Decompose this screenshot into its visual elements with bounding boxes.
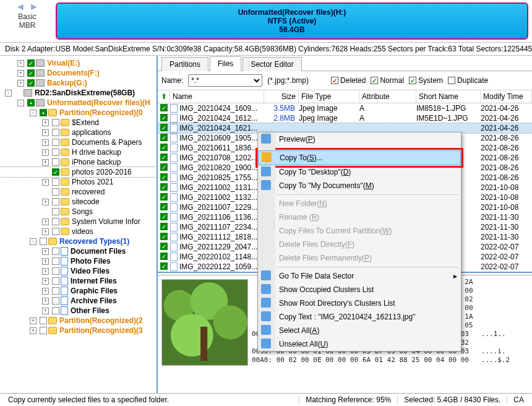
context-menu-item[interactable]: Show Root Directory's Clusters List (258, 296, 461, 310)
context-menu[interactable]: Preview(P)Copy To(S)...Copy To "Desktop"… (257, 132, 461, 352)
expander-icon[interactable]: + (42, 159, 49, 166)
expander-icon[interactable]: + (42, 139, 49, 146)
expander-icon[interactable]: + (42, 179, 49, 186)
chk-normal[interactable]: Normal (371, 76, 404, 85)
checkbox-icon[interactable]: ▪ (40, 109, 47, 116)
expander-icon[interactable]: + (17, 80, 24, 87)
checkbox-icon[interactable]: ✓ (160, 173, 168, 181)
checkbox-icon[interactable]: ✓ (160, 262, 168, 270)
tree-panel[interactable]: +✓Virual(E:)+✓Documents(F:)+✓Backup(G:)-… (0, 56, 158, 393)
checkbox-icon[interactable]: ✓ (160, 124, 168, 131)
tree-item[interactable]: +Document Files (0, 246, 157, 256)
checkbox-icon[interactable] (52, 228, 59, 235)
context-menu-item[interactable]: Show Occupied Clusters List (258, 283, 461, 296)
checkbox-icon[interactable]: ✓ (160, 243, 168, 250)
checkbox-icon[interactable] (40, 238, 47, 245)
tree-item[interactable]: +Archive Files (0, 296, 157, 306)
file-row[interactable]: ✓IMG_20210424_1609...3.5MBJpeg ImageAIM8… (158, 103, 532, 113)
expander-icon[interactable]: - (5, 90, 12, 97)
checkbox-icon[interactable] (52, 198, 59, 205)
checkbox-icon[interactable]: ▪ (27, 99, 35, 106)
checkbox-icon[interactable] (52, 139, 59, 146)
tree-item[interactable]: recovered (0, 187, 157, 197)
tree-item[interactable]: +$Extend (0, 118, 157, 127)
tree-item[interactable]: +Internet Files (0, 276, 157, 286)
checkbox-icon[interactable] (52, 178, 59, 186)
tree-item[interactable]: +✓Virual(E:) (0, 58, 157, 68)
checkbox-icon[interactable] (40, 317, 47, 324)
tree-item[interactable]: +videos (0, 227, 157, 236)
checkbox-icon[interactable]: ✓ (27, 59, 35, 67)
context-menu-item[interactable]: ✓Select All(A) (258, 324, 461, 337)
expander-icon[interactable]: + (17, 70, 24, 77)
expander-icon[interactable]: - (17, 100, 24, 106)
context-menu-item[interactable]: Unselect All(U) (258, 337, 461, 351)
context-menu-item[interactable]: Copy To "My Documents"(M) (258, 179, 461, 192)
expander-icon[interactable]: + (42, 298, 49, 304)
context-menu-item[interactable]: Copy Text : "IMG_20210424_162113.jpg" (258, 310, 461, 324)
tree-item[interactable]: +System Volume Infor (0, 217, 157, 227)
tree-item[interactable]: +✓Documents(F:) (0, 68, 157, 78)
checkbox-icon[interactable]: ✓ (160, 163, 168, 171)
expander-icon[interactable]: + (42, 278, 49, 285)
expander-icon[interactable]: + (30, 327, 36, 334)
expander-icon[interactable]: - (30, 110, 36, 116)
checkbox-icon[interactable]: ✓ (160, 134, 168, 141)
checkbox-icon[interactable]: ✓ (160, 203, 168, 210)
expander-icon[interactable]: + (42, 149, 49, 156)
checkbox-icon[interactable] (52, 287, 59, 295)
chk-deleted[interactable]: Deleted (331, 76, 366, 85)
checkbox-icon[interactable]: ✓ (160, 153, 168, 161)
chk-system[interactable]: System (409, 76, 443, 85)
tree-item[interactable]: -▪Partition(Recognized)(0 (0, 108, 157, 118)
tree-item[interactable]: -Recovered Types(1) (0, 236, 157, 246)
name-filter-select[interactable]: *.* (188, 74, 262, 87)
expander-icon[interactable]: + (42, 129, 49, 136)
tree-item[interactable]: +Video Files (0, 266, 157, 276)
expander-icon[interactable]: + (42, 248, 49, 255)
expander-icon[interactable]: + (42, 218, 49, 225)
expander-icon[interactable]: + (42, 228, 49, 235)
tree-item[interactable]: +Partition(Recognized)(2 (0, 316, 157, 326)
checkbox-icon[interactable] (52, 267, 59, 275)
expander-icon[interactable]: + (42, 308, 49, 314)
checkbox-icon[interactable] (52, 119, 59, 126)
tree-item[interactable]: +sitecode (0, 197, 157, 207)
checkbox-icon[interactable] (52, 297, 59, 304)
nav-fwd-icon[interactable]: ► (28, 1, 40, 12)
checkbox-icon[interactable] (52, 149, 59, 156)
tab-sector-editor[interactable]: Sector Editor (242, 57, 301, 71)
expander-icon[interactable]: - (30, 238, 36, 245)
tree-item[interactable]: Songs (0, 207, 157, 217)
tree-item[interactable]: +Photo Files (0, 256, 157, 266)
checkbox-icon[interactable]: ✓ (160, 213, 168, 220)
tree-item[interactable]: ✓photos 2020-2016 (0, 167, 157, 177)
checkbox-icon[interactable]: ✓ (52, 168, 59, 176)
context-menu-item[interactable]: Go To File Data Sector▸ (258, 269, 461, 283)
tree-item[interactable]: +Documents & Papers (0, 137, 157, 147)
checkbox-icon[interactable]: ✓ (160, 183, 168, 191)
tree-item[interactable]: +Other Files (0, 306, 157, 316)
checkbox-icon[interactable]: ✓ (160, 223, 168, 230)
checkbox-icon[interactable] (52, 218, 59, 225)
checkbox-icon[interactable] (52, 129, 59, 136)
expander-icon[interactable]: + (42, 119, 49, 126)
checkbox-icon[interactable] (52, 248, 59, 255)
expander-icon[interactable]: + (42, 268, 49, 275)
tree-item[interactable]: +Photos 2021 (0, 177, 157, 187)
checkbox-icon[interactable]: ✓ (27, 79, 35, 87)
context-menu-item[interactable]: Copy To(S)... (258, 150, 461, 165)
tab-partitions[interactable]: Partitions (161, 57, 208, 71)
file-header[interactable]: ⬆ Name Size File Type Attribute Short Na… (158, 90, 532, 103)
context-menu-item[interactable]: Copy To "Desktop"(D) (258, 165, 461, 179)
expander-icon[interactable]: + (17, 60, 24, 67)
checkbox-icon[interactable] (52, 277, 59, 285)
volume-box[interactable]: Unformatted(Recover files)(H:) NTFS (Act… (56, 2, 528, 40)
tree-item[interactable]: -▪Unformatted(Recover files)(H (0, 98, 157, 108)
checkbox-icon[interactable]: ✓ (27, 69, 35, 77)
checkbox-icon[interactable]: ✓ (160, 193, 168, 201)
checkbox-icon[interactable]: ✓ (160, 233, 168, 240)
tab-files[interactable]: Files (210, 56, 241, 71)
tree-item[interactable]: +applications (0, 127, 157, 137)
checkbox-icon[interactable]: ✓ (160, 114, 168, 121)
